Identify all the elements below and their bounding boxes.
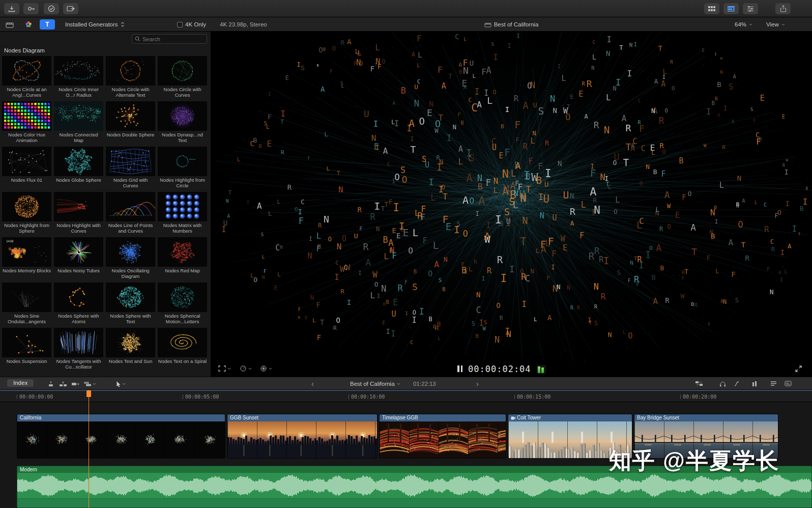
generator-item[interactable]: Nodes Oscillating Diagram bbox=[106, 237, 155, 279]
generator-item[interactable]: Nodes Noisy Tubes bbox=[54, 237, 103, 279]
generator-item[interactable]: Nodes Sphere with Atoms bbox=[54, 283, 103, 324]
map-thumbnail[interactable] bbox=[54, 101, 103, 131]
generator-item[interactable]: Nodes Circle with Alternate Text bbox=[106, 56, 155, 98]
headphones-button[interactable] bbox=[719, 381, 726, 387]
skimming-button[interactable] bbox=[734, 381, 740, 387]
net-orange-thumbnail[interactable] bbox=[2, 328, 51, 357]
sphere-teal-dark-thumbnail[interactable] bbox=[158, 283, 207, 312]
generator-item[interactable]: Nodes Tangents with Cu...scillator bbox=[54, 328, 103, 370]
sun-thumbnail[interactable] bbox=[106, 328, 155, 357]
generator-item[interactable]: Nodes Circle at an Angl...Curves bbox=[2, 56, 51, 98]
media-out-button[interactable] bbox=[63, 3, 78, 14]
generator-item[interactable]: Nodes Suspension bbox=[2, 328, 51, 370]
prev-clip-button[interactable]: ‹ bbox=[311, 377, 314, 390]
download-button[interactable] bbox=[4, 3, 19, 14]
fan-thumbnail[interactable] bbox=[54, 56, 103, 86]
radial-multi-thumbnail[interactable] bbox=[54, 237, 103, 267]
generator-item[interactable]: Nodes Dynasp...nd Text bbox=[158, 101, 207, 143]
search-input[interactable] bbox=[142, 36, 204, 42]
red-comet-thumbnail[interactable] bbox=[54, 192, 103, 221]
generator-item[interactable]: Nodes Connected Map bbox=[54, 101, 103, 143]
pause-button[interactable] bbox=[457, 365, 463, 372]
generator-item[interactable]: Nodes Highlight from Sphere bbox=[2, 192, 51, 234]
blocks-thumbnail[interactable] bbox=[2, 237, 51, 267]
generator-item[interactable]: Nodes Circle Inner O...r Radius bbox=[54, 56, 103, 98]
generator-item[interactable]: Nodes Line of Points and Curves bbox=[106, 192, 155, 234]
precision-editor-button[interactable] bbox=[695, 381, 703, 386]
burst-blue-thumbnail[interactable] bbox=[106, 237, 155, 267]
timeline-layout-button[interactable] bbox=[723, 3, 739, 14]
check-circle-button[interactable] bbox=[44, 3, 59, 14]
key-button[interactable] bbox=[23, 3, 39, 14]
generator-item[interactable]: Nodes Highlight from Circle bbox=[158, 147, 207, 188]
fullscreen-button[interactable] bbox=[795, 365, 802, 372]
effects-dropdown[interactable] bbox=[260, 365, 272, 372]
timeline-clip[interactable]: California bbox=[17, 414, 225, 459]
tubes-blue-thumbnail[interactable] bbox=[54, 328, 103, 357]
generator-item[interactable]: Nodes Spherical Motion...Letters bbox=[158, 283, 207, 324]
append-edit-button[interactable] bbox=[71, 381, 79, 387]
viewer-canvas[interactable] bbox=[211, 32, 812, 361]
index-button[interactable]: Index bbox=[7, 379, 34, 387]
audio-meters-button[interactable] bbox=[752, 381, 757, 387]
scatter-white-thumbnail[interactable] bbox=[2, 147, 51, 176]
clip-filmstrip[interactable] bbox=[17, 421, 225, 458]
generator-item[interactable]: Nodes Flux 01 bbox=[2, 147, 51, 188]
grid-blue-thumbnail[interactable] bbox=[106, 147, 155, 176]
ring-teal-thumbnail[interactable] bbox=[158, 147, 207, 176]
generator-item[interactable]: Nodes Highlight with Curves bbox=[54, 192, 103, 234]
playhead-line[interactable] bbox=[89, 390, 89, 508]
media-clapper-icon[interactable] bbox=[2, 19, 17, 30]
generator-item[interactable]: Nodes Globe Sphere bbox=[54, 147, 103, 188]
arrow-tool-dropdown[interactable] bbox=[116, 381, 126, 387]
generator-item[interactable]: Nodes Circle with Curves bbox=[158, 56, 207, 98]
generator-item[interactable]: Nodes Memory Blocks bbox=[2, 237, 51, 279]
generator-item[interactable]: Nodes Double Sphere bbox=[106, 101, 155, 143]
wire-orange-thumbnail[interactable] bbox=[54, 283, 103, 312]
generator-item[interactable]: Nodes Red Map bbox=[158, 237, 207, 279]
timeline-clip[interactable]: Timelapse GGB bbox=[379, 414, 506, 459]
matrix-blue-thumbnail[interactable] bbox=[158, 192, 207, 221]
checkbox-box[interactable] bbox=[177, 22, 183, 27]
generator-item[interactable]: Nodes Text on a Spiral bbox=[158, 328, 207, 370]
crop-dropdown[interactable] bbox=[218, 365, 231, 372]
ring-green-thumbnail[interactable] bbox=[158, 56, 207, 86]
generator-item[interactable]: Nodes Matrix with Numbers bbox=[158, 192, 207, 234]
globe-teal-thumbnail[interactable] bbox=[54, 147, 103, 176]
clip-filmstrip[interactable] bbox=[380, 421, 506, 458]
audio-meters[interactable] bbox=[537, 365, 546, 374]
clip-filmstrip[interactable] bbox=[227, 421, 377, 458]
view-dropdown[interactable]: View bbox=[766, 17, 785, 32]
dot-grid-thumbnail[interactable] bbox=[2, 101, 51, 131]
purple-thumbnail[interactable] bbox=[158, 101, 207, 131]
generator-item[interactable]: Nodes Text and Sun bbox=[106, 328, 155, 370]
lines-fan-thumbnail[interactable] bbox=[2, 283, 51, 312]
zoom-dropdown[interactable]: 64% bbox=[735, 17, 752, 32]
arcs-thumbnail[interactable] bbox=[106, 192, 155, 221]
angle-rings-thumbnail[interactable] bbox=[2, 56, 51, 86]
search-field[interactable] bbox=[132, 34, 207, 44]
sphere-orange-thumbnail[interactable] bbox=[2, 192, 51, 221]
overwrite-edit-button[interactable] bbox=[83, 381, 96, 387]
playhead-handle[interactable] bbox=[86, 390, 91, 397]
appearance-button[interactable] bbox=[785, 381, 792, 386]
generator-item[interactable]: Nodes Sine Ondulat...angents bbox=[2, 283, 51, 324]
timeline-project-dropdown[interactable]: Best of California bbox=[350, 377, 400, 390]
spiral-thumbnail[interactable] bbox=[158, 328, 207, 357]
sphere-teal-thumbnail[interactable] bbox=[106, 283, 155, 312]
inspector-button[interactable] bbox=[743, 3, 758, 14]
burst-orange-thumbnail[interactable] bbox=[106, 101, 155, 131]
retime-dropdown[interactable] bbox=[240, 365, 252, 372]
timeline-clip[interactable]: GGB Sunset bbox=[227, 414, 378, 459]
titles-generators-icon[interactable]: T bbox=[40, 19, 55, 30]
generator-item[interactable]: Nodes Sphere with Text bbox=[106, 283, 155, 324]
photos-pinwheel-icon[interactable] bbox=[21, 19, 36, 30]
4k-only-checkbox[interactable]: 4K Only bbox=[177, 17, 206, 32]
index-list-button[interactable] bbox=[770, 381, 777, 386]
next-clip-button[interactable]: › bbox=[476, 377, 479, 390]
connect-edit-button[interactable] bbox=[47, 381, 55, 387]
browser-layout-button[interactable] bbox=[704, 3, 719, 14]
share-button[interactable] bbox=[775, 3, 791, 14]
insert-edit-button[interactable] bbox=[59, 381, 67, 387]
generator-item[interactable]: Nodes Grid with Curves bbox=[106, 147, 155, 188]
